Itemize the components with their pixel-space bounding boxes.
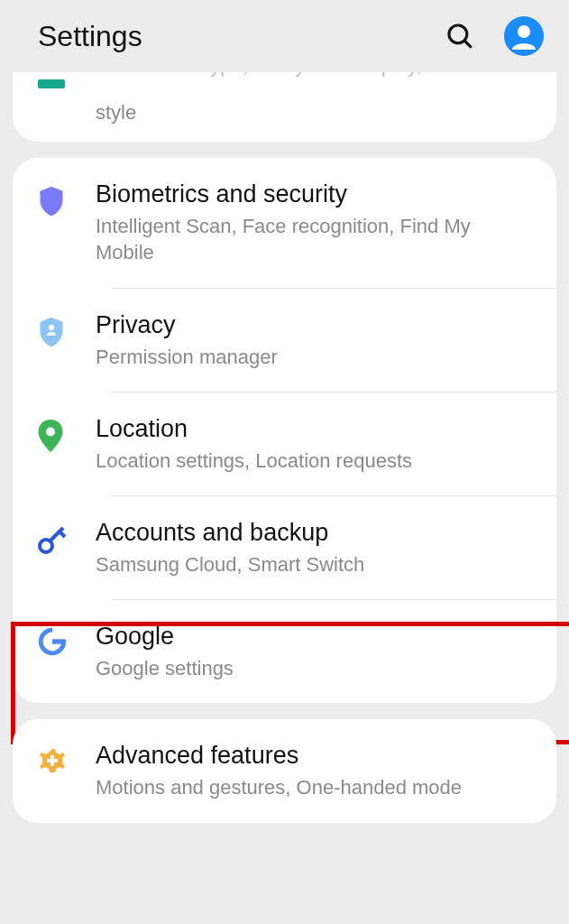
svg-point-3 bbox=[518, 25, 530, 38]
svg-point-5 bbox=[49, 325, 54, 330]
search-icon[interactable] bbox=[445, 21, 475, 51]
shield-icon bbox=[38, 180, 96, 266]
lockscreen-icon bbox=[38, 72, 96, 96]
item-subtitle: Permission manager bbox=[96, 344, 531, 371]
gear-plus-icon bbox=[38, 741, 96, 800]
page-title: Settings bbox=[38, 20, 445, 53]
item-subtitle: Location settings, Location requests bbox=[96, 448, 531, 475]
item-title: Biometrics and security bbox=[96, 180, 531, 208]
privacy-shield-icon bbox=[38, 310, 96, 370]
svg-point-0 bbox=[449, 25, 467, 43]
key-icon bbox=[38, 518, 96, 578]
item-title: Accounts and backup bbox=[96, 518, 531, 547]
svg-rect-12 bbox=[47, 759, 58, 762]
svg-rect-4 bbox=[38, 79, 65, 88]
settings-group-partial: Screen lock type, Always On Display, Clo… bbox=[13, 72, 556, 142]
settings-item-advanced[interactable]: Advanced features Motions and gestures, … bbox=[13, 719, 556, 822]
google-icon bbox=[38, 622, 96, 681]
item-subtitle: Motions and gestures, One-handed mode bbox=[96, 774, 531, 801]
settings-item-privacy[interactable]: Privacy Permission manager bbox=[13, 289, 556, 392]
item-title: Privacy bbox=[96, 310, 531, 339]
profile-icon[interactable] bbox=[504, 16, 544, 56]
settings-item-google[interactable]: Google Google settings bbox=[13, 600, 556, 703]
header: Settings bbox=[0, 0, 569, 72]
settings-group-bottom: Advanced features Motions and gestures, … bbox=[13, 719, 556, 822]
settings-group-main: Biometrics and security Intelligent Scan… bbox=[13, 158, 556, 703]
svg-point-6 bbox=[46, 428, 55, 437]
settings-item-accounts[interactable]: Accounts and backup Samsung Cloud, Smart… bbox=[13, 496, 556, 599]
item-title: Location bbox=[96, 414, 531, 443]
item-subtitle: Google settings bbox=[96, 655, 531, 682]
location-pin-icon bbox=[38, 414, 96, 474]
item-subtitle: Intelligent Scan, Face recognition, Find… bbox=[96, 213, 531, 266]
svg-line-9 bbox=[60, 531, 65, 537]
settings-item-location[interactable]: Location Location settings, Location req… bbox=[13, 393, 556, 495]
header-actions bbox=[445, 16, 544, 56]
svg-line-1 bbox=[465, 42, 472, 48]
settings-item-biometrics[interactable]: Biometrics and security Intelligent Scan… bbox=[13, 158, 556, 288]
settings-item-lockscreen[interactable]: Screen lock type, Always On Display, Clo… bbox=[13, 72, 556, 125]
item-title: Advanced features bbox=[96, 741, 531, 770]
item-title: Google bbox=[96, 622, 531, 651]
item-subtitle: Samsung Cloud, Smart Switch bbox=[96, 551, 531, 578]
